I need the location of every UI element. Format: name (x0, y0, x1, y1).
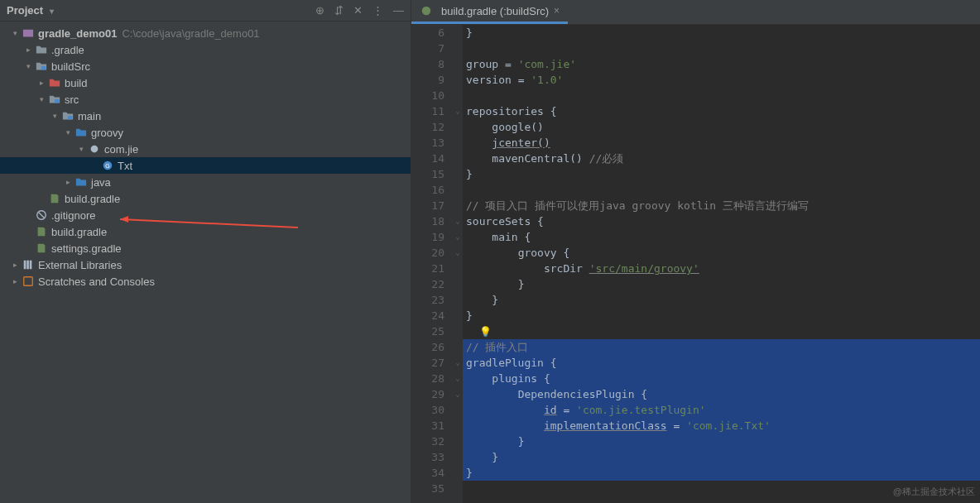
project-toolbar: ⊕ ⇵ ✕ ⋮ — (315, 4, 404, 17)
tree-row[interactable]: ▾buildSrc (0, 58, 411, 74)
svg-rect-1 (41, 66, 46, 69)
svg-rect-10 (26, 261, 29, 270)
scratch-icon (22, 275, 35, 287)
watermark: @稀土掘金技术社区 (893, 486, 975, 498)
gradle-file-icon (35, 226, 48, 237)
tree-root[interactable]: ▾ gradle_demo01 C:\code\java\gradle_demo… (0, 25, 411, 41)
tree-row[interactable]: ▸.gitignore (0, 207, 411, 223)
code-body[interactable]: }group = 'com.jie'version = '1.0'reposit… (463, 25, 980, 503)
tree-arrow[interactable]: ▾ (50, 112, 60, 120)
tree-arrow[interactable]: ▸ (23, 46, 33, 54)
tree-external-libs[interactable]: ▸ External Libraries (0, 256, 411, 273)
tree-row[interactable]: ▸settings.gradle (0, 240, 411, 256)
svg-rect-9 (24, 261, 26, 270)
library-icon (22, 259, 35, 271)
svg-rect-2 (55, 99, 59, 103)
tree-item-label: java (91, 176, 111, 189)
chevron-right-icon[interactable]: ▸ (10, 277, 20, 285)
tree-item-label: Txt (118, 160, 132, 172)
tree-arrow[interactable]: ▾ (36, 95, 46, 103)
tree-row[interactable]: ▸.gradle (0, 41, 411, 58)
close-icon[interactable]: × (554, 5, 560, 17)
svg-rect-0 (23, 30, 33, 37)
root-name: gradle_demo01 (38, 27, 117, 40)
svg-line-8 (39, 213, 45, 218)
tree-item-label: build (65, 77, 87, 89)
tree-row[interactable]: ▸java (0, 174, 411, 190)
tree-row[interactable]: ▸GTxt (0, 157, 411, 174)
project-tree: ▾ gradle_demo01 C:\code\java\gradle_demo… (0, 22, 411, 293)
folder-excl-icon (48, 77, 61, 89)
fold-gutter[interactable]: ⌄⌄⌄⌄⌄⌄⌄ (453, 25, 463, 503)
root-path: C:\code\java\gradle_demo01 (122, 27, 259, 40)
project-sidebar: Project ▾ ⊕ ⇵ ✕ ⋮ — ▾ gradle_demo01 C:\c… (0, 0, 411, 503)
folder-pkg-icon (88, 143, 101, 155)
editor-panel: build.gradle (:buildSrc) × 6789101112131… (411, 0, 980, 503)
tab-label: build.gradle (:buildSrc) (441, 5, 549, 17)
tab-build-gradle[interactable]: build.gradle (:buildSrc) × (411, 0, 568, 24)
project-tool-label[interactable]: Project ▾ (7, 4, 54, 17)
code-area[interactable]: 6789101112131415161718192021222324252627… (411, 25, 980, 503)
tree-row[interactable]: ▾main (0, 108, 411, 124)
folder-icon (35, 44, 48, 55)
tree-item-label: buildSrc (51, 60, 90, 73)
folder-module-icon (48, 93, 61, 105)
svg-rect-3 (68, 116, 72, 119)
chevron-down-icon: ▾ (50, 7, 54, 16)
chevron-right-icon[interactable]: ▸ (10, 261, 20, 269)
collapse-icon[interactable]: ✕ (353, 4, 363, 17)
tree-item-label: .gitignore (51, 209, 95, 222)
project-header: Project ▾ ⊕ ⇵ ✕ ⋮ — (0, 0, 411, 22)
tree-scratches[interactable]: ▸ Scratches and Consoles (0, 273, 411, 290)
folder-module-icon (61, 110, 74, 122)
tree-row[interactable]: ▾groovy (0, 124, 411, 141)
tree-item-label: build.gradle (51, 226, 107, 238)
tree-item-label: groovy (91, 127, 123, 139)
editor-tabs: build.gradle (:buildSrc) × (411, 0, 980, 25)
project-label-text: Project (7, 4, 43, 17)
chevron-down-icon[interactable]: ▾ (10, 29, 20, 37)
folder-src-icon (74, 176, 88, 188)
scratches-label: Scratches and Consoles (38, 275, 155, 288)
tree-row[interactable]: ▸build.gradle (0, 190, 411, 207)
hide-icon[interactable]: — (393, 4, 404, 17)
tree-arrow[interactable]: ▾ (23, 62, 33, 70)
tree-arrow[interactable]: ▾ (63, 128, 73, 137)
tree-arrow[interactable]: ▸ (63, 178, 73, 186)
gitignore-icon (35, 209, 48, 221)
svg-point-15 (422, 7, 431, 16)
tree-item-label: settings.gradle (51, 242, 122, 255)
svg-point-4 (91, 146, 98, 153)
locate-icon[interactable]: ⊕ (315, 4, 324, 17)
svg-rect-12 (24, 277, 33, 286)
tree-item-label: build.gradle (65, 193, 120, 205)
tree-arrow[interactable]: ▾ (76, 145, 86, 153)
libs-label: External Libraries (38, 259, 122, 271)
settings-icon[interactable]: ⋮ (372, 4, 383, 17)
tree-row[interactable]: ▾src (0, 91, 411, 108)
tree-item-label: src (65, 93, 79, 106)
line-gutter: 6789101112131415161718192021222324252627… (411, 25, 453, 503)
groovy-file-icon: G (101, 160, 114, 171)
tree-item-label: main (78, 110, 101, 122)
tree-row[interactable]: ▸build (0, 74, 411, 91)
svg-text:G: G (105, 163, 109, 169)
tree-row[interactable]: ▾com.jie (0, 141, 411, 157)
tree-item-label: com.jie (104, 143, 138, 156)
gradle-file-icon (48, 193, 61, 204)
gradle-file-icon (35, 242, 48, 254)
gradle-file-icon (420, 5, 433, 17)
tree-row[interactable]: ▸build.gradle (0, 223, 411, 240)
svg-rect-11 (30, 261, 32, 270)
folder-module-icon (35, 60, 48, 72)
tree-item-label: .gradle (51, 44, 84, 56)
expand-icon[interactable]: ⇵ (334, 4, 343, 17)
folder-module-icon (22, 27, 35, 39)
tree-arrow[interactable]: ▸ (36, 79, 46, 87)
folder-src-icon (74, 127, 88, 138)
